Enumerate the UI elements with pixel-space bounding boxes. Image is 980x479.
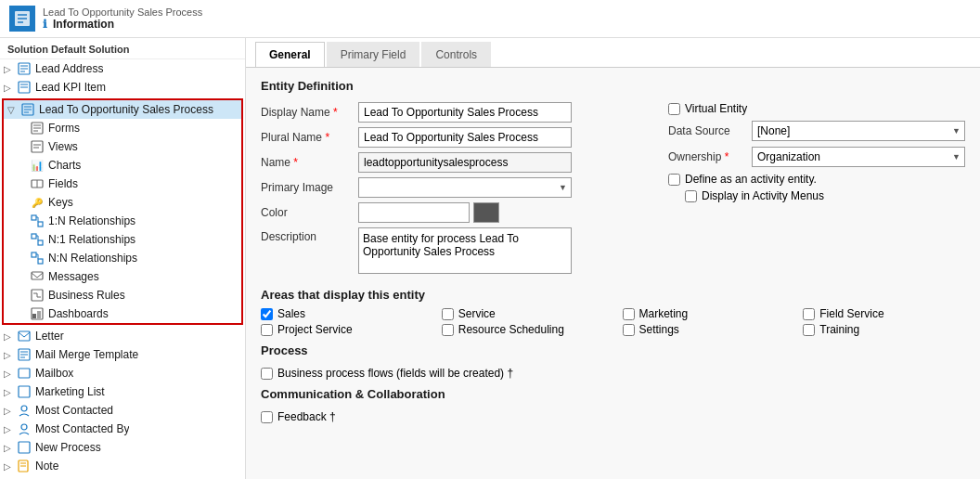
define-activity-checkbox-label[interactable]: Define as an activity entity. bbox=[668, 173, 965, 186]
bp-flows-checkbox[interactable] bbox=[261, 368, 273, 380]
sidebar-item-lead-opp-sales[interactable]: ▽ Lead To Opportunity Sales Process bbox=[4, 100, 241, 119]
data-source-label: Data Source bbox=[668, 124, 752, 137]
svg-rect-24 bbox=[32, 215, 36, 220]
arrow-icon: ▷ bbox=[4, 443, 17, 453]
sidebar-item-label: Charts bbox=[48, 159, 81, 172]
sidebar-tree[interactable]: ▷ Lead Address ▷ Lead KPI Item bbox=[0, 59, 245, 479]
solution-label: Solution Default Solution bbox=[0, 38, 245, 59]
define-activity-checkbox[interactable] bbox=[668, 174, 680, 186]
sidebar-item-most-contacted[interactable]: ▷ Most Contacted bbox=[0, 401, 245, 420]
primary-image-select-wrapper bbox=[358, 177, 572, 198]
area-project-service-label[interactable]: Project Service bbox=[261, 323, 423, 336]
sidebar-item-1n-rel[interactable]: 1:N Relationships bbox=[4, 212, 241, 230]
area-field-service-label[interactable]: Field Service bbox=[803, 307, 965, 320]
sidebar-item-forms[interactable]: Forms bbox=[4, 119, 241, 137]
sidebar-item-note[interactable]: ▷ Note bbox=[0, 457, 245, 475]
svg-point-52 bbox=[21, 424, 27, 430]
feedback-checkbox[interactable] bbox=[261, 411, 273, 423]
sidebar-item-label: Marketing List bbox=[35, 385, 105, 398]
dashboards-icon bbox=[30, 306, 45, 321]
communication-title: Communication & Collaboration bbox=[261, 387, 965, 401]
tab-primary-field[interactable]: Primary Field bbox=[327, 42, 420, 67]
area-marketing-checkbox[interactable] bbox=[623, 308, 635, 320]
required-star: * bbox=[293, 156, 298, 169]
area-settings-label[interactable]: Settings bbox=[623, 323, 785, 336]
display-activity-checkbox-label[interactable]: Display in Activity Menus bbox=[685, 189, 965, 202]
sidebar-item-label: Views bbox=[48, 140, 78, 153]
area-marketing-label[interactable]: Marketing bbox=[623, 307, 785, 320]
entity-icon bbox=[17, 403, 32, 418]
display-name-row: Display Name * bbox=[261, 102, 650, 123]
area-sales-label[interactable]: Sales bbox=[261, 307, 423, 320]
sidebar-item-label: Lead To Opportunity Sales Process bbox=[39, 103, 213, 116]
area-resource-scheduling-label[interactable]: Resource Scheduling bbox=[442, 323, 604, 336]
tab-general[interactable]: General bbox=[255, 42, 325, 67]
sidebar-item-messages[interactable]: Messages bbox=[4, 267, 241, 286]
sidebar-item-label: Dashboards bbox=[48, 307, 109, 320]
sidebar-item-keys[interactable]: 🔑 Keys bbox=[4, 193, 241, 212]
name-input[interactable] bbox=[358, 152, 572, 173]
color-picker-button[interactable] bbox=[473, 202, 499, 223]
area-field-service-checkbox[interactable] bbox=[803, 308, 815, 320]
sidebar-item-letter[interactable]: ▷ Letter bbox=[0, 327, 245, 345]
sidebar-item-dashboards[interactable]: Dashboards bbox=[4, 304, 241, 323]
virtual-entity-row: Virtual Entity bbox=[668, 102, 965, 115]
data-source-select[interactable]: [None] bbox=[752, 121, 965, 141]
sidebar-item-label: Fields bbox=[48, 177, 78, 190]
sidebar-item-label: Mail Merge Template bbox=[35, 348, 138, 361]
sidebar-item-n1-rel[interactable]: N:1 Relationships bbox=[4, 230, 241, 249]
area-training-checkbox[interactable] bbox=[803, 324, 815, 336]
sidebar-item-mailbox[interactable]: ▷ Mailbox bbox=[0, 364, 245, 382]
sidebar-item-lead-address[interactable]: ▷ Lead Address bbox=[0, 59, 245, 78]
area-settings-checkbox[interactable] bbox=[623, 324, 635, 336]
feedback-checkbox-label[interactable]: Feedback † bbox=[261, 410, 965, 423]
sidebar-item-charts[interactable]: 📊 Charts bbox=[4, 156, 241, 175]
sidebar-item-views[interactable]: Views bbox=[4, 137, 241, 156]
color-box[interactable] bbox=[358, 202, 470, 223]
ownership-select-wrapper: Organization bbox=[752, 147, 965, 167]
tab-controls[interactable]: Controls bbox=[421, 42, 491, 67]
area-sales-checkbox[interactable] bbox=[261, 308, 273, 320]
sidebar-item-label: New Process bbox=[35, 441, 101, 454]
svg-rect-49 bbox=[19, 369, 30, 378]
right-form-col: Virtual Entity Data Source [None] bbox=[668, 102, 965, 278]
sidebar-item-nn-rel[interactable]: N:N Relationships bbox=[4, 249, 241, 267]
display-name-label: Display Name * bbox=[261, 106, 358, 119]
plural-name-input[interactable] bbox=[358, 127, 572, 148]
display-activity-checkbox[interactable] bbox=[685, 190, 697, 202]
primary-image-label: Primary Image bbox=[261, 181, 358, 194]
area-project-service-checkbox[interactable] bbox=[261, 324, 273, 336]
process-section: Process Business process flows (fields w… bbox=[261, 343, 965, 380]
sidebar-item-business-rules[interactable]: Business Rules bbox=[4, 286, 241, 304]
virtual-entity-checkbox-label[interactable]: Virtual Entity bbox=[668, 102, 965, 115]
sidebar-item-fields[interactable]: Fields bbox=[4, 175, 241, 193]
entity-icon bbox=[9, 6, 35, 32]
area-training-label[interactable]: Training bbox=[803, 323, 965, 336]
sidebar-item-label: Lead Address bbox=[35, 62, 103, 75]
area-resource-scheduling-checkbox[interactable] bbox=[442, 324, 454, 336]
sidebar-item-new-process[interactable]: ▷ New Process bbox=[0, 438, 245, 457]
charts-icon: 📊 bbox=[30, 158, 45, 173]
description-textarea[interactable]: Base entity for process Lead To Opportun… bbox=[358, 227, 572, 274]
messages-icon bbox=[30, 269, 45, 284]
area-service-checkbox[interactable] bbox=[442, 308, 454, 320]
svg-rect-36 bbox=[32, 272, 43, 279]
plural-name-label: Plural Name * bbox=[261, 131, 358, 144]
sidebar-item-label: Note bbox=[35, 460, 58, 473]
areas-checkboxes: Sales Service Marketing Field Service bbox=[261, 307, 965, 336]
sidebar-item-label: N:1 Relationships bbox=[48, 233, 135, 246]
display-name-input[interactable] bbox=[358, 102, 572, 123]
data-source-row: Data Source [None] bbox=[668, 121, 965, 141]
sidebar-item-label: Forms bbox=[48, 122, 80, 135]
sidebar-item-odata[interactable]: ▷ OData v4 Data Source bbox=[0, 475, 245, 479]
bp-flows-checkbox-label[interactable]: Business process flows (fields will be c… bbox=[261, 367, 965, 380]
sidebar-item-most-contacted-by[interactable]: ▷ Most Contacted By bbox=[0, 420, 245, 438]
sidebar-item-mail-merge[interactable]: ▷ Mail Merge Template bbox=[0, 345, 245, 364]
virtual-entity-checkbox[interactable] bbox=[668, 103, 680, 115]
ownership-select[interactable]: Organization bbox=[752, 147, 965, 167]
arrow-icon: ▷ bbox=[4, 461, 17, 472]
area-service-label[interactable]: Service bbox=[442, 307, 604, 320]
sidebar-item-marketing-list[interactable]: ▷ Marketing List bbox=[0, 382, 245, 401]
sidebar-item-lead-kpi[interactable]: ▷ Lead KPI Item bbox=[0, 78, 245, 97]
primary-image-select[interactable] bbox=[358, 177, 572, 198]
